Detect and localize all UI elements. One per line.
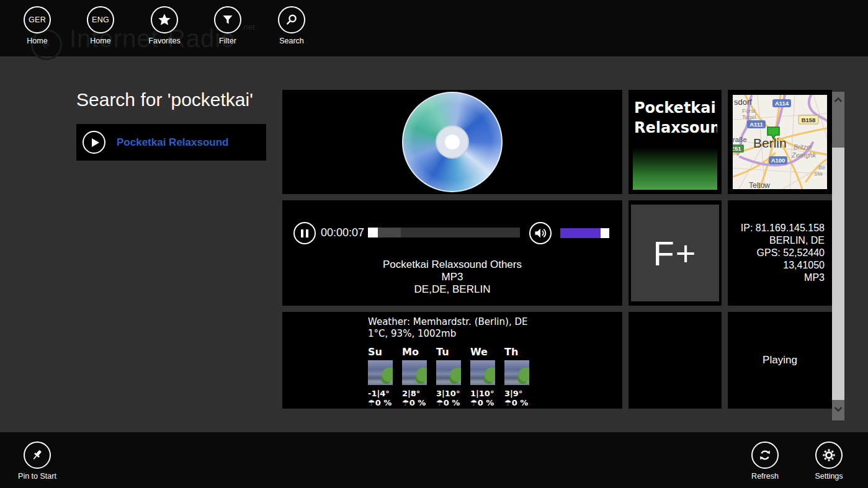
weather-cloudy-icon <box>368 360 393 385</box>
now-playing-location: DE,DE, BERLIN <box>282 283 622 296</box>
svg-text:A114: A114 <box>775 100 789 107</box>
svg-text:Zweighk: Zweighk <box>791 151 817 159</box>
weather-cloudy-icon <box>402 360 427 385</box>
ip-location-line: BERLIN, DE <box>769 234 825 247</box>
umbrella-icon: ☂ <box>402 398 409 407</box>
svg-text:Sta: Sta <box>814 171 823 177</box>
cd-art-tile[interactable] <box>282 90 622 194</box>
ip-info-tile: IP: 81.169.145.158 BERLIN, DE GPS: 52,52… <box>728 200 832 306</box>
facebook-plus-tile[interactable]: F+ <box>629 200 722 306</box>
progress-buffer <box>378 228 401 237</box>
filter-label: Filter <box>202 37 254 45</box>
search-button[interactable]: Search <box>266 6 318 45</box>
eng-badge-icon: ENG <box>87 6 114 33</box>
progress-bar[interactable] <box>368 228 520 237</box>
now-playing-format: MP3 <box>282 271 622 283</box>
favorites-button[interactable]: Favorites <box>138 6 190 45</box>
search-result-item[interactable]: Pocketkai Relaxsound <box>76 124 266 161</box>
map-tile[interactable]: A114 A111 B158 A100 E51 sdorf Forst Tege… <box>728 90 832 194</box>
gps-line: GPS: 52,52440 <box>757 247 825 259</box>
elapsed-time: 00:00:07 <box>321 226 364 239</box>
svg-text:A100: A100 <box>771 157 785 164</box>
scrollbar-thumb[interactable] <box>832 148 844 400</box>
svg-text:Be: Be <box>818 164 825 171</box>
station-name-tile[interactable]: Pocketkai Relaxsound <box>629 90 722 194</box>
refresh-button[interactable]: Refresh <box>734 441 796 481</box>
progress-thumb[interactable] <box>368 228 378 237</box>
player-tile: 00:00:07 Pocketkai Relaxsound Others MP3… <box>282 200 622 306</box>
pause-icon <box>301 229 308 237</box>
search-result-label: Pocketkai Relaxsound <box>117 136 228 149</box>
settings-button[interactable]: Settings <box>798 441 860 481</box>
weather-conditions: 1°C, 93%, 1002mb <box>368 328 622 340</box>
weather-cloudy-icon <box>504 360 529 385</box>
refresh-label: Refresh <box>734 472 796 481</box>
svg-text:Tegel: Tegel <box>742 113 756 120</box>
svg-text:A111: A111 <box>749 121 763 128</box>
svg-text:sdorf: sdorf <box>734 97 752 107</box>
map-city-label: Berlin <box>753 136 787 150</box>
station-name-text: Pocketkai Relaxsound <box>633 94 717 142</box>
ger-home-label: Home <box>11 37 63 45</box>
ip-line: IP: 81.169.145.158 <box>741 222 825 234</box>
gear-icon <box>815 441 843 469</box>
umbrella-icon: ☂ <box>368 398 375 407</box>
cd-disc-icon <box>402 92 503 192</box>
gps-line-2: 13,41050 <box>783 259 825 272</box>
pin-to-start-label: Pin to Start <box>6 472 68 481</box>
forecast-day: Su -1|4° ☂0 % <box>368 346 402 407</box>
svg-text:Britzer: Britzer <box>794 143 813 151</box>
forecast-day: Th 3|9° ☂0 % <box>504 346 539 407</box>
top-app-bar: Internet-Radio .net GER Home ENG Home Fa… <box>0 0 868 56</box>
filter-icon <box>214 6 241 33</box>
berlin-map: A114 A111 B158 A100 E51 sdorf Forst Tege… <box>733 95 827 189</box>
weather-title: Weather: Memhardstr. (Berlin), DE <box>368 316 622 328</box>
svg-text:B158: B158 <box>802 117 816 123</box>
filter-button[interactable]: Filter <box>202 6 254 45</box>
weather-forecast: Su -1|4° ☂0 % Mo 2|8° ☂0 % Tu 3|10° ☂0 %… <box>368 346 622 407</box>
eng-home-button[interactable]: ENG Home <box>74 6 127 45</box>
pin-to-start-button[interactable]: Pin to Start <box>6 441 68 481</box>
pin-icon <box>24 441 51 469</box>
play-icon[interactable] <box>83 131 105 154</box>
umbrella-icon: ☂ <box>436 398 444 407</box>
forecast-day: Tu 3|10° ☂0 % <box>436 346 470 407</box>
svg-text:E51: E51 <box>733 145 741 152</box>
forecast-day: We 1|10° ☂0 % <box>470 346 504 407</box>
umbrella-icon: ☂ <box>504 398 512 407</box>
format-line: MP3 <box>804 272 825 284</box>
volume-bar[interactable] <box>560 228 609 238</box>
settings-label: Settings <box>798 472 860 481</box>
favorites-label: Favorites <box>138 37 190 45</box>
search-icon <box>278 6 305 33</box>
search-label: Search <box>266 37 318 45</box>
ger-home-button[interactable]: GER Home <box>11 6 63 45</box>
ger-badge-icon: GER <box>24 6 51 33</box>
volume-thumb[interactable] <box>601 228 609 238</box>
svg-text:raße: raße <box>733 136 747 143</box>
forecast-day: Mo 2|8° ☂0 % <box>402 346 436 407</box>
speaker-icon <box>533 226 548 241</box>
scroll-up-icon[interactable] <box>833 97 843 103</box>
vertical-scrollbar[interactable] <box>832 92 844 420</box>
page-title: Search for 'pocketkai' <box>76 89 253 110</box>
playing-status-tile: Playing <box>728 312 832 409</box>
playing-status: Playing <box>763 354 797 366</box>
weather-cloudy-icon <box>436 360 461 385</box>
now-playing-station: Pocketkai Relaxsound Others <box>282 259 622 271</box>
umbrella-icon: ☂ <box>470 398 478 407</box>
now-playing-text: Pocketkai Relaxsound Others MP3 DE,DE, B… <box>282 259 622 296</box>
empty-tile <box>629 312 722 409</box>
scroll-down-icon[interactable] <box>833 406 843 412</box>
volume-button[interactable] <box>529 222 552 244</box>
station-green-gradient <box>633 148 717 190</box>
pause-button[interactable] <box>293 222 316 244</box>
svg-text:Teltow: Teltow <box>749 181 770 189</box>
bottom-app-bar: Pin to Start Refresh <box>0 432 868 488</box>
refresh-icon <box>751 441 779 469</box>
fplus-label: F+ <box>653 233 697 273</box>
weather-tile: Weather: Memhardstr. (Berlin), DE 1°C, 9… <box>282 312 622 409</box>
weather-cloudy-icon <box>470 360 495 385</box>
eng-home-label: Home <box>74 37 127 45</box>
star-icon <box>151 6 178 33</box>
